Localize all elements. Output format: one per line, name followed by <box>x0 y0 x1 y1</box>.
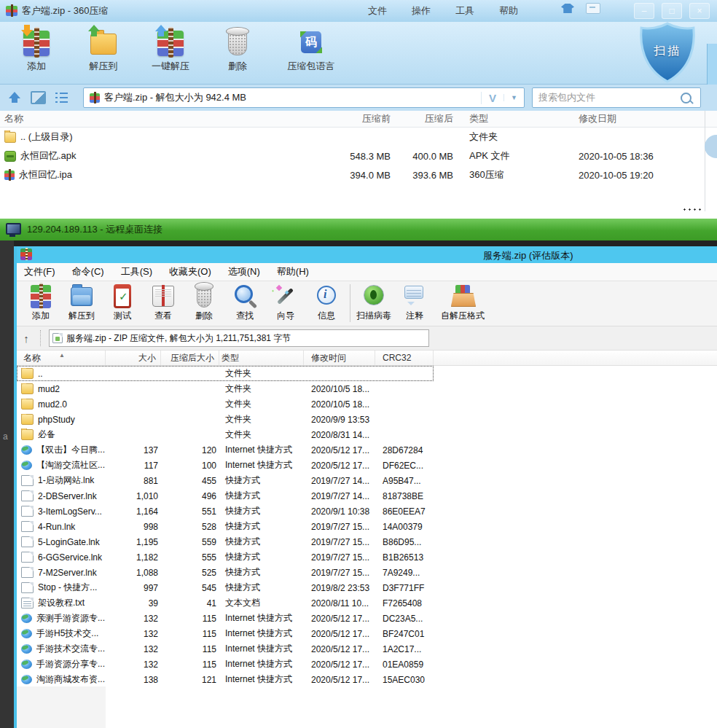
file-name: 淘游商城发布资... <box>36 673 105 686</box>
add-archive-icon <box>20 25 53 58</box>
view-list-button[interactable] <box>52 89 70 106</box>
list-divider <box>705 111 705 211</box>
menubar: 文件 操作 工具 帮助 <box>368 0 518 22</box>
extract-to-button[interactable]: 解压到 <box>61 281 102 322</box>
menu-operate[interactable]: 操作 <box>412 4 431 17</box>
col-size-before[interactable]: 压缩前 <box>341 112 398 125</box>
file-row[interactable]: 【淘游交流社区... 117 100 Internet 快捷方式 2020/5/… <box>17 458 434 473</box>
file-row[interactable]: 手游H5技术交... 132 115 Internet 快捷方式 2020/5/… <box>17 626 434 641</box>
up-button[interactable]: ↑ <box>17 332 36 345</box>
search-icon[interactable] <box>681 93 691 103</box>
file-row[interactable]: 6-GGService.lnk 1,182 555 快捷方式 2019/7/27… <box>17 549 434 565</box>
info-button[interactable]: 信息 <box>306 281 347 322</box>
file-row[interactable]: .. (上级目录) 文件夹 <box>0 128 717 146</box>
col-date[interactable]: 修改日期 <box>568 112 704 125</box>
address-dropdown-arrow[interactable]: ▼ <box>504 94 524 101</box>
file-name: 2-DBServer.lnk <box>38 491 97 501</box>
menu-tools[interactable]: 工具 <box>455 4 474 17</box>
feedback-icon[interactable] <box>586 3 600 14</box>
file-row[interactable]: 淘游商城发布资... 138 121 Internet 快捷方式 2020/5/… <box>17 672 434 687</box>
file-row[interactable]: 1-启动网站.lnk 881 455 快捷方式 2019/7/27 14... … <box>17 473 434 488</box>
menu-tools[interactable]: 工具(S) <box>121 265 152 278</box>
menu-help[interactable]: 帮助 <box>499 4 518 17</box>
file-row[interactable]: 架设教程.txt 39 41 文本文档 2020/8/11 10... F726… <box>17 595 434 611</box>
archive-language-button[interactable]: 码 压缩包语言 <box>271 22 351 73</box>
file-row[interactable]: 必备 文件夹 2020/8/31 14... <box>17 427 434 442</box>
file-row[interactable]: 3-ItemLogServ... 1,164 551 快捷方式 2020/9/1… <box>17 504 434 519</box>
archive-icon <box>4 171 15 180</box>
file-row[interactable]: 手游技术交流专... 132 115 Internet 快捷方式 2020/5/… <box>17 641 434 657</box>
splitter-handle[interactable] <box>682 208 702 211</box>
col-type[interactable]: 类型 <box>219 351 304 365</box>
file-row[interactable]: 【双击】今日腾... 137 120 Internet 快捷方式 2020/5/… <box>17 442 434 458</box>
file-row[interactable]: mud2.0 文件夹 2020/10/5 18... <box>17 396 434 412</box>
client-address-bar: 客户端.zip - 解包大小为 942.4 MB V ▼ 搜索包内文件 <box>0 85 717 111</box>
comment-button[interactable]: 注释 <box>394 281 435 322</box>
server-address-bar: ↑ 服务端.zip - ZIP 压缩文件, 解包大小为 1,211,751,38… <box>17 326 717 351</box>
col-type[interactable]: 类型 <box>461 112 568 125</box>
file-row[interactable]: 2-DBServer.lnk 1,010 496 快捷方式 2019/7/27 … <box>17 488 434 504</box>
server-rows: .. 文件夹 mud2 文件夹 2 <box>17 366 717 687</box>
info-icon <box>313 283 340 309</box>
extract-to-button[interactable]: 解压到 <box>70 22 137 73</box>
scan-shield-button[interactable]: 扫描 <box>638 22 697 83</box>
menu-commands[interactable]: 命令(C) <box>72 265 104 278</box>
address-input[interactable]: 服务端.zip - ZIP 压缩文件, 解包大小为 1,211,751,381 … <box>49 329 429 347</box>
close-button[interactable]: × <box>689 3 710 19</box>
add-button[interactable]: 添加 <box>20 281 61 322</box>
find-button[interactable]: 查找 <box>224 281 265 322</box>
one-key-extract-button[interactable]: 一键解压 <box>137 22 204 73</box>
search-input[interactable]: 搜索包内文件 <box>532 87 701 108</box>
file-row[interactable]: Stop - 快捷方... 997 545 快捷方式 2019/8/2 23:5… <box>17 580 434 595</box>
wizard-button[interactable]: 向导 <box>265 281 306 322</box>
server-window: 服务端.zip (评估版本) 文件(F) 命令(C) 工具(S) 收藏夹(O) … <box>14 246 717 728</box>
file-row[interactable]: phpStudy 文件夹 2020/9/9 13:53 <box>17 412 434 427</box>
file-row[interactable]: 5-LoginGate.lnk 1,195 559 快捷方式 2019/7/27… <box>17 534 434 549</box>
col-name[interactable]: 名称 <box>4 112 341 125</box>
menu-favorites[interactable]: 收藏夹(O) <box>169 265 211 278</box>
globe-icon <box>21 659 32 669</box>
view-pane-button[interactable] <box>29 89 47 106</box>
menu-file[interactable]: 文件 <box>368 4 387 17</box>
col-modified[interactable]: 修改时间 <box>304 351 375 365</box>
address-input[interactable]: 客户端.zip - 解包大小为 942.4 MB V ▼ <box>83 87 525 108</box>
window-controls: – □ × <box>634 3 710 19</box>
file-row[interactable]: mud2 文件夹 2020/10/5 18... <box>17 381 434 396</box>
delete-button[interactable]: 删除 <box>184 281 224 322</box>
virus-scan-button[interactable]: 扫描病毒 <box>353 281 394 322</box>
delete-button[interactable]: 删除 <box>204 22 271 73</box>
address-v-button[interactable]: V <box>481 92 504 104</box>
add-button[interactable]: 添加 <box>3 22 70 73</box>
file-row[interactable]: 4-Run.lnk 998 528 快捷方式 2019/7/27 15... 1… <box>17 519 434 534</box>
file-row[interactable]: 手游资源分享专... 132 115 Internet 快捷方式 2020/5/… <box>17 657 434 672</box>
file-name: 【双击】今日腾... <box>36 444 105 456</box>
file-row[interactable]: 永恒回忆.apk 548.3 MB 400.0 MB APK 文件 2020-1… <box>0 146 717 165</box>
col-packed[interactable]: 压缩后大小 <box>161 351 219 365</box>
menu-file[interactable]: 文件(F) <box>24 265 55 278</box>
globe-icon <box>21 629 32 638</box>
test-button[interactable]: 测试 <box>102 281 143 322</box>
up-button[interactable] <box>6 89 23 106</box>
col-size-after[interactable]: 压缩后 <box>398 112 461 125</box>
server-titlebar[interactable]: 服务端.zip (评估版本) <box>17 246 717 263</box>
file-name: 手游资源分享专... <box>36 658 105 670</box>
file-name: mud2 <box>38 384 60 394</box>
trash-icon <box>190 283 218 309</box>
file-row[interactable]: 7-M2Server.lnk 1,088 525 快捷方式 2019/7/27 … <box>17 565 434 580</box>
skin-icon[interactable] <box>561 4 574 13</box>
minimize-button[interactable]: – <box>634 3 654 19</box>
col-name[interactable]: 名称▲ <box>21 351 106 365</box>
rdp-title-bar[interactable]: 129.204.189.113 - 远程桌面连接 <box>0 219 717 240</box>
file-icon <box>21 506 34 517</box>
col-size[interactable]: 大小 <box>106 351 161 365</box>
sfx-button[interactable]: 自解压格式 <box>435 281 490 322</box>
file-row[interactable]: .. 文件夹 <box>17 366 434 381</box>
view-button[interactable]: 查看 <box>143 281 184 322</box>
file-name: 亲测手游资源专... <box>36 612 105 625</box>
menu-help[interactable]: 帮助(H) <box>277 265 309 278</box>
menu-options[interactable]: 选项(N) <box>228 265 260 278</box>
col-crc32[interactable]: CRC32 <box>375 351 434 365</box>
file-row[interactable]: 永恒回忆.ipa 394.0 MB 393.6 MB 360压缩 2020-10… <box>0 165 717 184</box>
maximize-button[interactable]: □ <box>662 3 682 19</box>
file-row[interactable]: 亲测手游资源专... 132 115 Internet 快捷方式 2020/5/… <box>17 611 434 626</box>
